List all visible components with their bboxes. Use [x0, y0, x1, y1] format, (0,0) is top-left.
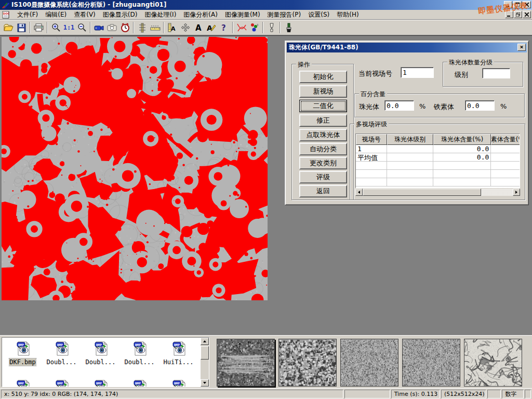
binarize-button[interactable]: 二值化 — [299, 100, 347, 112]
dialog-title-bar[interactable]: 珠光体(GB/T9441-88) × — [287, 43, 527, 52]
maximize-button[interactable] — [513, 1, 522, 8]
dialog-title: 珠光体(GB/T9441-88) — [289, 43, 358, 52]
pearlite-label: 珠光体 — [359, 102, 379, 112]
file-label[interactable]: Doubl... — [125, 358, 155, 366]
current-field-input[interactable] — [401, 67, 434, 78]
video-camera-button[interactable] — [92, 21, 105, 34]
zoom-in-button[interactable] — [49, 21, 62, 34]
menu-image-processing[interactable]: 图像处理(I) — [141, 9, 180, 20]
brush-button[interactable] — [282, 21, 295, 34]
scroll-right-arrow[interactable] — [513, 189, 520, 196]
menu-image-display[interactable]: 图像显示(D) — [99, 9, 141, 20]
rating-table[interactable]: 视场号 珠光体级别 珠光体含量(%) 铁素体含量(%) 1 0.0 平均值 0.… — [355, 134, 520, 188]
menu-view[interactable]: 查看(V) — [70, 9, 99, 20]
table-hscrollbar[interactable] — [355, 189, 520, 196]
return-button[interactable]: 返回 — [299, 185, 347, 197]
file-item[interactable]: BMP — [81, 379, 120, 387]
pearlite-percent-input[interactable] — [384, 100, 414, 111]
scroll-left-arrow[interactable] — [355, 189, 363, 196]
annotate-button[interactable]: A — [205, 21, 218, 34]
micrograph-canvas[interactable] — [2, 37, 268, 300]
auto-classify-button[interactable]: 自动分类 — [299, 143, 347, 155]
ferrite-percent-input[interactable] — [465, 100, 495, 111]
file-label[interactable]: HuiTi... — [164, 358, 194, 366]
bmp-file-icon: BMP — [15, 341, 31, 358]
thumbnail-1[interactable] — [217, 339, 275, 387]
current-field-label: 当前视场号 — [358, 69, 392, 78]
color-points-button[interactable]: 3 — [248, 21, 261, 34]
save-button[interactable] — [15, 21, 28, 34]
measure-text-button[interactable]: A — [166, 21, 179, 34]
rate-button[interactable]: 评级 — [299, 171, 347, 183]
dialog-close-button[interactable]: × — [517, 44, 526, 51]
timer-button[interactable] — [118, 21, 131, 34]
ruler-button[interactable] — [149, 21, 162, 34]
thumbnail-2[interactable] — [278, 339, 337, 387]
init-button[interactable]: 初始化 — [299, 71, 347, 83]
pick-pearlite-button[interactable]: 点取珠光体 — [299, 129, 347, 141]
col-pearlite-content: 珠光体含量(%) — [433, 134, 491, 145]
thumbnail-3[interactable] — [340, 339, 398, 387]
caliper-button[interactable] — [136, 21, 149, 34]
pen-button[interactable] — [265, 21, 278, 34]
capture-button[interactable] — [105, 21, 118, 34]
actual-size-button[interactable]: 1:1 — [62, 21, 75, 34]
mdi-restore-button[interactable] — [514, 11, 522, 18]
scrollbar-thumb[interactable] — [201, 346, 209, 360]
file-label[interactable]: DKF.bmp — [9, 358, 36, 366]
scrollbar-thumb[interactable] — [363, 189, 481, 196]
menu-image-measure[interactable]: 图像测量(M) — [221, 9, 264, 20]
col-field-number: 视场号 — [356, 134, 387, 145]
scroll-down-arrow[interactable] — [201, 379, 209, 387]
cell: 1 — [356, 145, 387, 153]
file-label[interactable]: Doubl... — [86, 358, 116, 366]
file-item[interactable]: BMP Doubl... — [42, 341, 81, 366]
bottom-panel: BMP DKF.bmp BMP Doubl... BMP Doubl... BM… — [0, 335, 532, 388]
grading-legend: 珠光体数量分级 — [447, 58, 494, 67]
text-button[interactable]: A — [192, 21, 205, 34]
svg-text:BMP: BMP — [135, 343, 141, 347]
bmp-file-icon: BMP — [15, 379, 31, 387]
curve-tool-button[interactable] — [235, 21, 248, 34]
file-item[interactable]: BMP Doubl... — [81, 341, 120, 366]
pearlite-dialog: 珠光体(GB/T9441-88) × 操作 初始化 新视场 二值化 修正 点取珠… — [285, 41, 529, 205]
file-item[interactable]: BMP Doubl... — [120, 341, 159, 366]
bmp-file-icon: BMP — [132, 379, 148, 387]
menu-file[interactable]: 文件(F) — [14, 9, 42, 20]
menu-settings[interactable]: 设置(S) — [304, 9, 333, 20]
file-item[interactable]: BMP DKF.bmp — [3, 341, 42, 366]
new-field-button[interactable]: 新视场 — [299, 85, 347, 98]
correct-button[interactable]: 修正 — [299, 114, 347, 127]
zoom-out-button[interactable] — [75, 21, 88, 34]
mdi-minimize-button[interactable] — [505, 11, 513, 18]
cell: 平均值 — [356, 153, 387, 162]
file-item[interactable]: BMP — [159, 379, 198, 387]
level-input[interactable] — [482, 68, 510, 78]
file-item[interactable]: BMP — [120, 379, 159, 387]
file-item[interactable]: BMP — [3, 379, 42, 387]
close-button[interactable] — [523, 1, 531, 8]
menu-image-analysis[interactable]: 图像分析(A) — [180, 9, 221, 20]
menu-measure-report[interactable]: 测量报告(P) — [264, 9, 305, 20]
thumbnail-4[interactable] — [402, 339, 460, 387]
menu-help[interactable]: 帮助(H) — [333, 9, 362, 20]
print-button[interactable] — [32, 21, 45, 34]
help-button[interactable]: ? — [218, 21, 231, 34]
toolbar-separator — [232, 22, 233, 33]
open-button[interactable] — [2, 21, 15, 34]
file-list[interactable]: BMP DKF.bmp BMP Doubl... BMP Doubl... BM… — [2, 337, 209, 387]
scrollbar-track[interactable] — [481, 189, 513, 196]
scroll-up-arrow[interactable] — [201, 338, 209, 345]
ferrite-unit: % — [500, 102, 507, 110]
change-class-button[interactable]: 更改类别 — [299, 157, 347, 169]
file-item[interactable]: BMP HuiTi... — [159, 341, 198, 366]
move-button[interactable] — [179, 21, 192, 34]
file-item[interactable]: BMP — [42, 379, 81, 387]
ferrite-label: 铁素体 — [434, 102, 454, 112]
file-label[interactable]: Doubl... — [47, 358, 77, 366]
file-list-vscrollbar[interactable] — [201, 338, 209, 387]
thumbnail-5[interactable] — [464, 339, 522, 387]
mdi-close-button[interactable] — [523, 11, 531, 18]
minimize-button[interactable] — [504, 1, 512, 8]
menu-edit[interactable]: 编辑(E) — [42, 9, 70, 20]
